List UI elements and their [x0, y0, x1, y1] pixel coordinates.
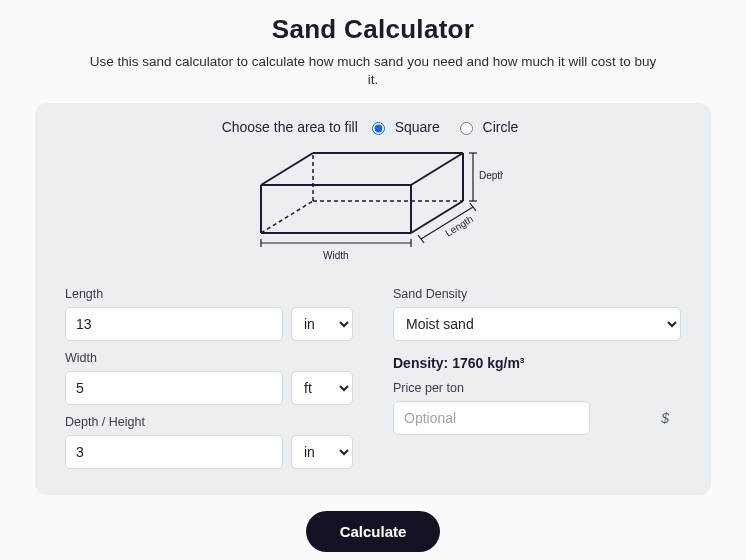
- box-diagram: Depth Length Width: [65, 143, 681, 273]
- depth-unit-select[interactable]: inftcmm: [291, 435, 353, 469]
- calculator-card: Choose the area to fill Square Circle: [35, 103, 711, 495]
- diagram-width-label: Width: [323, 250, 349, 261]
- width-unit-select[interactable]: inftcmm: [291, 371, 353, 405]
- page-subtitle: Use this sand calculator to calculate ho…: [88, 53, 658, 89]
- sand-density-label: Sand Density: [393, 287, 681, 301]
- density-prefix: Density:: [393, 355, 452, 371]
- depth-label: Depth / Height: [65, 415, 353, 429]
- material-column: Sand Density Dry sandMoist sandWet sandP…: [393, 287, 681, 469]
- shape-chooser: Choose the area to fill Square Circle: [65, 119, 681, 135]
- shape-label-square: Square: [395, 119, 440, 135]
- sand-density-select[interactable]: Dry sandMoist sandWet sandPacked sand: [393, 307, 681, 341]
- shape-radio-circle[interactable]: [460, 122, 473, 135]
- currency-symbol: $: [661, 410, 669, 426]
- depth-input[interactable]: [65, 435, 283, 469]
- page-title: Sand Calculator: [272, 14, 474, 45]
- length-unit-select[interactable]: inftcmm: [291, 307, 353, 341]
- svg-line-17: [470, 203, 476, 211]
- svg-line-4: [261, 153, 313, 185]
- shape-prompt: Choose the area to fill: [222, 119, 358, 135]
- svg-line-9: [261, 201, 313, 233]
- price-label: Price per ton: [393, 381, 681, 395]
- shape-label-circle: Circle: [483, 119, 519, 135]
- calculate-button[interactable]: Calculate: [306, 511, 441, 552]
- svg-line-16: [418, 235, 424, 243]
- width-input[interactable]: [65, 371, 283, 405]
- density-readout: Density: 1760 kg/m³: [393, 355, 681, 371]
- density-value: 1760 kg/m³: [452, 355, 524, 371]
- diagram-depth-label: Depth: [479, 170, 503, 181]
- diagram-length-label: Length: [443, 214, 475, 240]
- length-input[interactable]: [65, 307, 283, 341]
- dimensions-column: Length inftcmm Width inftcmm Depth / Hei…: [65, 287, 353, 469]
- svg-line-5: [411, 153, 463, 185]
- length-label: Length: [65, 287, 353, 301]
- shape-radio-square[interactable]: [372, 122, 385, 135]
- price-input[interactable]: [393, 401, 590, 435]
- width-label: Width: [65, 351, 353, 365]
